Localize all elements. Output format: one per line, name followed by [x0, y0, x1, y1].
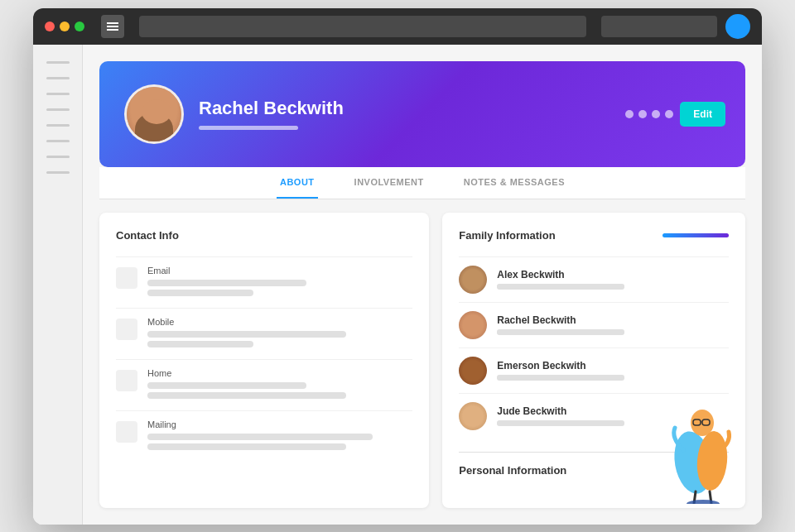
family-info-title: Family Information	[459, 229, 729, 242]
mobile-line-1	[147, 331, 346, 338]
jude-info: Jude Beckwith	[497, 405, 729, 426]
profile-avatar	[124, 84, 184, 144]
email-label: Email	[147, 266, 412, 276]
main-content: Rachel Beckwith Edit About Involvement	[83, 45, 762, 525]
sidebar-line-3	[46, 93, 70, 95]
rachel-name: Rachel Beckwith	[497, 314, 729, 326]
email-icon-box	[116, 267, 137, 289]
sidebar-line-8	[46, 171, 70, 174]
alex-sub	[497, 284, 624, 290]
mobile-details: Mobile	[147, 317, 412, 351]
alex-name: Alex Beckwith	[497, 269, 729, 280]
contact-info-panel: Contact Info Email	[99, 213, 429, 508]
user-avatar-header[interactable]	[725, 14, 750, 39]
mobile-label: Mobile	[147, 317, 412, 327]
dot-3[interactable]	[652, 110, 660, 118]
sidebar	[33, 45, 83, 525]
rachel-avatar	[459, 311, 487, 339]
rachel-sub	[497, 329, 624, 335]
email-details: Email	[147, 266, 412, 300]
email-line-2	[147, 290, 253, 296]
home-line-1	[147, 382, 306, 389]
contact-item-home: Home	[116, 359, 412, 410]
mobile-icon-box	[116, 319, 137, 340]
sidebar-line-7	[46, 156, 70, 158]
family-item-rachel[interactable]: Rachel Beckwith	[459, 302, 729, 347]
contact-item-email: Email	[116, 256, 412, 308]
personal-info-section: Personal Information	[459, 452, 729, 477]
mailing-label: Mailing	[147, 419, 412, 429]
profile-actions: Edit	[625, 102, 725, 127]
edit-button[interactable]: Edit	[680, 102, 725, 127]
tabs-bar: About Involvement Notes & Messages	[99, 167, 745, 199]
emerson-avatar	[459, 357, 487, 385]
tab-about[interactable]: About	[277, 167, 318, 199]
family-item-emerson[interactable]: Emerson Beckwith	[459, 347, 729, 393]
tab-notes-messages[interactable]: Notes & Messages	[460, 167, 568, 199]
emerson-sub	[497, 375, 624, 381]
alex-avatar	[459, 266, 487, 294]
family-info-title-text: Family Information	[459, 229, 555, 242]
personal-info-title: Personal Information	[459, 464, 729, 477]
emerson-info: Emerson Beckwith	[497, 360, 729, 381]
jude-name: Jude Beckwith	[497, 405, 729, 417]
family-item-alex[interactable]: Alex Beckwith	[459, 256, 729, 302]
dot-navigation	[625, 110, 673, 118]
profile-header: Rachel Beckwith Edit	[99, 61, 745, 167]
mobile-line-2	[147, 341, 253, 347]
sidebar-line-4	[46, 108, 70, 111]
home-icon-box	[116, 370, 137, 391]
search-bar[interactable]	[601, 16, 717, 37]
sidebar-line-5	[46, 124, 70, 127]
home-line-2	[147, 392, 346, 399]
sidebar-line-6	[46, 140, 70, 142]
browser-titlebar	[33, 8, 762, 45]
family-info-panel: Family Information Alex Beckwith	[442, 213, 745, 508]
tab-involvement[interactable]: Involvement	[351, 167, 427, 199]
jude-sub	[497, 420, 624, 426]
mailing-line-1	[147, 434, 373, 440]
email-line-1	[147, 280, 306, 286]
contact-item-mobile: Mobile	[116, 308, 412, 359]
mailing-icon-box	[116, 421, 137, 443]
personal-info-title-text: Personal Information	[459, 464, 566, 477]
traffic-lights	[45, 22, 84, 31]
contact-info-title: Contact Info	[116, 229, 412, 242]
jude-avatar	[459, 402, 487, 430]
profile-progress-bar	[199, 126, 298, 130]
alex-info: Alex Beckwith	[497, 269, 729, 290]
contact-item-mailing: Mailing	[116, 410, 412, 462]
dot-1[interactable]	[625, 110, 634, 118]
mailing-line-2	[147, 443, 346, 450]
sidebar-line-2	[46, 77, 70, 79]
minimize-button[interactable]	[60, 22, 70, 31]
rachel-info: Rachel Beckwith	[497, 314, 729, 335]
dot-4[interactable]	[665, 110, 673, 118]
profile-name: Rachel Beckwith	[199, 98, 344, 119]
contact-info-title-text: Contact Info	[116, 229, 179, 242]
fullscreen-button[interactable]	[75, 22, 84, 31]
sidebar-line-1	[46, 61, 70, 64]
browser-window: Rachel Beckwith Edit About Involvement	[33, 8, 762, 525]
address-bar[interactable]	[139, 16, 586, 37]
menu-button[interactable]	[101, 15, 124, 38]
profile-info: Rachel Beckwith	[199, 98, 344, 130]
close-button[interactable]	[45, 22, 55, 31]
family-item-jude[interactable]: Jude Beckwith	[459, 393, 729, 439]
dot-2[interactable]	[638, 110, 647, 118]
panels: Contact Info Email	[99, 213, 745, 508]
mailing-details: Mailing	[147, 419, 412, 453]
app-container: Rachel Beckwith Edit About Involvement	[33, 45, 762, 525]
family-progress-bar	[662, 233, 729, 237]
emerson-name: Emerson Beckwith	[497, 360, 729, 371]
hamburger-icon	[107, 21, 118, 32]
avatar-face	[127, 87, 181, 141]
home-label: Home	[147, 368, 412, 378]
home-details: Home	[147, 368, 412, 402]
